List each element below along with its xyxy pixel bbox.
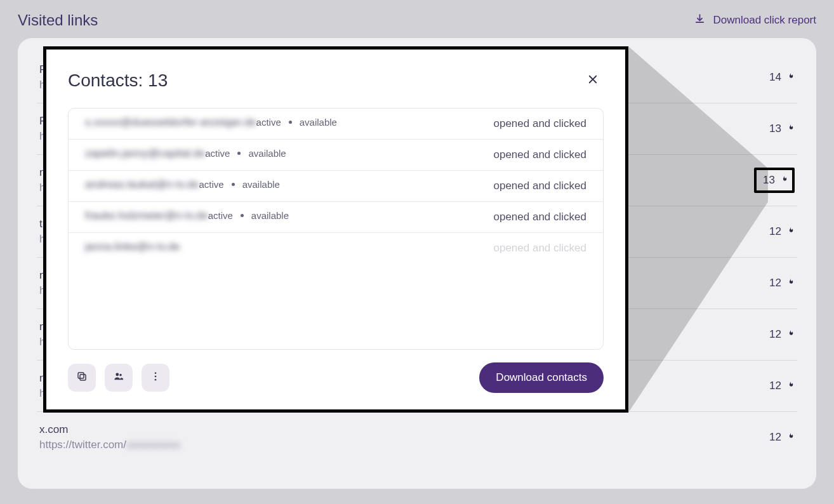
contact-action: opened and clicked xyxy=(493,242,586,255)
contact-row[interactable]: s.xxxxx@duesseldorfer-anzeiger.deactivea… xyxy=(69,109,603,140)
contact-email: frauke.holzmeier@n-tv.de xyxy=(85,209,208,222)
svg-rect-1 xyxy=(80,375,86,380)
link-domain: x.com xyxy=(39,423,180,436)
flame-icon xyxy=(786,329,795,340)
flame-icon xyxy=(780,175,788,186)
link-count[interactable]: 12 xyxy=(769,225,795,238)
contact-action: opened and clicked xyxy=(493,117,586,130)
link-row[interactable]: x.comhttps://twitter.com/xxxxxxxxxx12 xyxy=(37,412,797,463)
modal-title: Contacts: 13 xyxy=(68,70,168,91)
link-count[interactable]: 12 xyxy=(769,431,795,444)
contact-row[interactable]: zapelin.janny@capital.deactiveavailableo… xyxy=(69,140,603,171)
contact-email: zapelin.janny@capital.de xyxy=(85,147,205,160)
contact-row[interactable]: janna.linke@n-tv.deopened and clicked xyxy=(69,233,603,256)
svg-point-4 xyxy=(119,374,122,376)
flame-icon xyxy=(786,380,795,392)
svg-point-6 xyxy=(155,376,157,378)
contact-email: s.xxxxx@duesseldorfer-anzeiger.de xyxy=(85,116,256,129)
svg-point-3 xyxy=(116,373,119,376)
flame-icon xyxy=(786,72,795,83)
page-title: Visited links xyxy=(18,11,98,29)
copy-button[interactable] xyxy=(68,364,96,392)
link-url: https://twitter.com/xxxxxxxxxx xyxy=(39,439,180,451)
contact-action: opened and clicked xyxy=(493,180,586,192)
contact-action: opened and clicked xyxy=(493,149,586,161)
download-report-link[interactable]: Download click report xyxy=(694,13,816,27)
link-count[interactable]: 14 xyxy=(769,71,795,84)
flame-icon xyxy=(786,123,795,135)
download-icon xyxy=(694,13,705,27)
contact-meta: activeavailable xyxy=(205,148,286,159)
contact-email: andreas.laukat@n-tv.de xyxy=(85,178,199,191)
download-contacts-button[interactable]: Download contacts xyxy=(479,362,604,393)
link-count[interactable]: 12 xyxy=(769,277,795,289)
more-vertical-icon xyxy=(150,371,161,385)
users-icon xyxy=(113,371,124,385)
contacts-modal: Contacts: 13 s.xxxxx@duesseldorfer-anzei… xyxy=(43,46,628,413)
svg-point-7 xyxy=(155,379,157,381)
link-count[interactable]: 12 xyxy=(769,328,795,341)
group-button[interactable] xyxy=(105,364,133,392)
contact-meta: activeavailable xyxy=(199,179,280,190)
contact-row[interactable]: frauke.holzmeier@n-tv.deactiveavailableo… xyxy=(69,202,603,233)
contact-meta: activeavailable xyxy=(256,117,337,128)
flame-icon xyxy=(786,226,795,237)
contact-row[interactable]: andreas.laukat@n-tv.deactiveavailableope… xyxy=(69,171,603,202)
flame-icon xyxy=(786,277,795,289)
link-count[interactable]: 13 xyxy=(754,168,795,193)
contact-email: janna.linke@n-tv.de xyxy=(85,241,180,253)
contact-list[interactable]: s.xxxxx@duesseldorfer-anzeiger.deactivea… xyxy=(68,108,604,350)
download-report-label: Download click report xyxy=(713,14,816,27)
contact-action: opened and clicked xyxy=(493,211,586,223)
more-button[interactable] xyxy=(142,364,169,392)
link-count[interactable]: 12 xyxy=(769,380,795,392)
svg-rect-2 xyxy=(78,373,84,378)
close-icon[interactable] xyxy=(582,70,604,91)
copy-icon xyxy=(76,371,88,385)
link-count[interactable]: 13 xyxy=(769,123,795,135)
svg-point-5 xyxy=(155,372,157,374)
flame-icon xyxy=(786,432,795,443)
contact-meta: activeavailable xyxy=(208,210,289,221)
